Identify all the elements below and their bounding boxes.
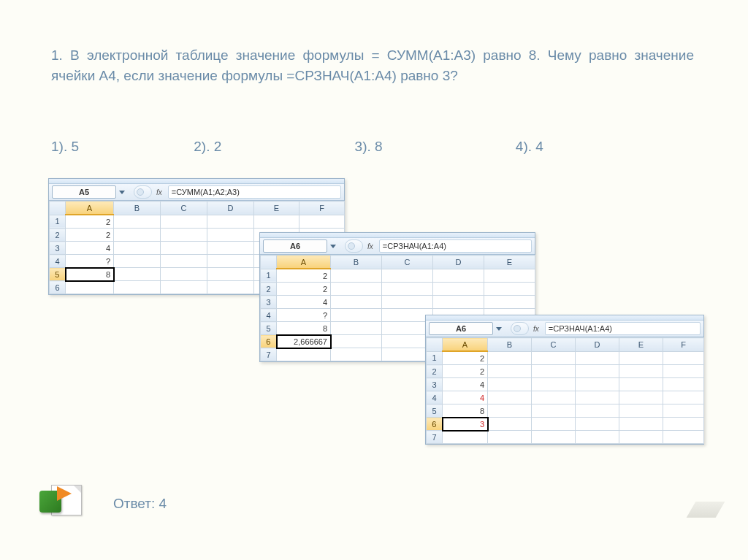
column-header[interactable]: E bbox=[619, 338, 663, 352]
cell[interactable] bbox=[443, 431, 488, 444]
cell[interactable] bbox=[331, 335, 382, 348]
cell[interactable] bbox=[532, 404, 576, 418]
cell[interactable]: 8 bbox=[277, 322, 331, 335]
column-header[interactable]: D bbox=[433, 256, 484, 269]
cell[interactable] bbox=[207, 255, 254, 268]
cell[interactable] bbox=[619, 391, 663, 404]
row-header[interactable]: 5 bbox=[50, 268, 66, 281]
cell[interactable] bbox=[619, 351, 663, 365]
cell[interactable] bbox=[114, 281, 161, 294]
row-header[interactable]: 3 bbox=[261, 296, 277, 309]
cell[interactable] bbox=[576, 418, 619, 431]
column-header[interactable]: E bbox=[254, 202, 299, 215]
cell[interactable]: 2 bbox=[66, 215, 114, 229]
cell[interactable] bbox=[277, 348, 331, 361]
name-box[interactable]: A6 bbox=[263, 239, 327, 253]
cell[interactable] bbox=[114, 229, 161, 242]
cell[interactable] bbox=[663, 431, 704, 444]
cell[interactable] bbox=[619, 418, 663, 431]
cell[interactable] bbox=[576, 431, 619, 444]
cell[interactable] bbox=[433, 269, 484, 283]
cell[interactable] bbox=[114, 215, 161, 229]
cell[interactable] bbox=[114, 255, 161, 268]
cell[interactable]: 4 bbox=[66, 242, 114, 255]
cell[interactable] bbox=[488, 351, 532, 365]
cell[interactable] bbox=[663, 351, 704, 365]
cell[interactable] bbox=[207, 242, 254, 255]
cell[interactable] bbox=[619, 404, 663, 418]
cell[interactable] bbox=[488, 404, 532, 418]
column-header[interactable]: F bbox=[299, 202, 345, 215]
column-header[interactable]: D bbox=[207, 202, 254, 215]
cell[interactable] bbox=[576, 378, 619, 391]
cell[interactable] bbox=[484, 296, 535, 309]
cell[interactable] bbox=[207, 229, 254, 242]
select-all-corner[interactable] bbox=[50, 202, 66, 215]
cell[interactable]: 3 bbox=[443, 418, 488, 431]
cell[interactable]: 4 bbox=[443, 391, 488, 404]
cell[interactable] bbox=[161, 242, 207, 255]
cell[interactable] bbox=[161, 229, 207, 242]
row-header[interactable]: 4 bbox=[427, 391, 443, 404]
formula-input[interactable]: =СРЗНАЧ(A1:A4) bbox=[545, 322, 701, 335]
cell[interactable] bbox=[663, 365, 704, 378]
cell[interactable] bbox=[532, 418, 576, 431]
cell[interactable] bbox=[161, 215, 207, 229]
row-header[interactable]: 1 bbox=[427, 351, 443, 365]
row-header[interactable]: 5 bbox=[427, 404, 443, 418]
cell[interactable]: 2 bbox=[277, 269, 331, 283]
select-all-corner[interactable] bbox=[427, 338, 443, 352]
cell[interactable] bbox=[576, 404, 619, 418]
cell[interactable] bbox=[331, 269, 382, 283]
cell[interactable] bbox=[532, 378, 576, 391]
name-box[interactable]: A6 bbox=[429, 322, 493, 335]
column-header[interactable]: B bbox=[331, 256, 382, 269]
cell[interactable] bbox=[161, 268, 207, 281]
cell[interactable] bbox=[114, 242, 161, 255]
fx-button[interactable] bbox=[345, 239, 363, 253]
cell[interactable] bbox=[532, 431, 576, 444]
row-header[interactable]: 2 bbox=[50, 229, 66, 242]
cell[interactable] bbox=[161, 255, 207, 268]
cell[interactable] bbox=[576, 351, 619, 365]
fx-button[interactable] bbox=[134, 185, 152, 199]
cell[interactable] bbox=[663, 391, 704, 404]
name-box[interactable]: A5 bbox=[52, 185, 116, 199]
column-header[interactable]: F bbox=[663, 338, 704, 352]
cell[interactable] bbox=[488, 418, 532, 431]
cell[interactable] bbox=[331, 296, 382, 309]
cell[interactable]: 2,666667 bbox=[277, 335, 331, 348]
column-header[interactable]: C bbox=[161, 202, 207, 215]
column-header[interactable]: B bbox=[488, 338, 532, 352]
formula-input[interactable]: =СРЗНАЧ(A1:A4) bbox=[379, 239, 532, 253]
row-header[interactable]: 6 bbox=[50, 281, 66, 294]
cell[interactable] bbox=[488, 378, 532, 391]
cell[interactable] bbox=[532, 391, 576, 404]
cell[interactable] bbox=[331, 322, 382, 335]
cell[interactable] bbox=[619, 378, 663, 391]
fx-button[interactable] bbox=[511, 322, 529, 335]
column-header[interactable]: C bbox=[382, 256, 433, 269]
column-header[interactable]: E bbox=[484, 256, 535, 269]
row-header[interactable]: 3 bbox=[50, 242, 66, 255]
cell[interactable]: ? bbox=[277, 309, 331, 322]
row-header[interactable]: 1 bbox=[50, 215, 66, 229]
cell[interactable] bbox=[382, 269, 433, 283]
row-header[interactable]: 6 bbox=[261, 335, 277, 348]
cell[interactable] bbox=[254, 215, 299, 229]
row-header[interactable]: 7 bbox=[427, 431, 443, 444]
cell[interactable] bbox=[299, 215, 345, 229]
column-header[interactable]: D bbox=[576, 338, 619, 352]
row-header[interactable]: 6 bbox=[427, 418, 443, 431]
cell[interactable] bbox=[488, 431, 532, 444]
cell[interactable] bbox=[488, 365, 532, 378]
column-header[interactable]: A bbox=[277, 256, 331, 269]
cell[interactable] bbox=[484, 283, 535, 296]
column-header[interactable]: A bbox=[443, 338, 488, 352]
row-header[interactable]: 4 bbox=[50, 255, 66, 268]
cell[interactable]: 8 bbox=[443, 404, 488, 418]
cell[interactable]: 2 bbox=[277, 283, 331, 296]
cell[interactable] bbox=[382, 283, 433, 296]
dropdown-icon[interactable] bbox=[119, 191, 125, 194]
cell[interactable] bbox=[484, 269, 535, 283]
